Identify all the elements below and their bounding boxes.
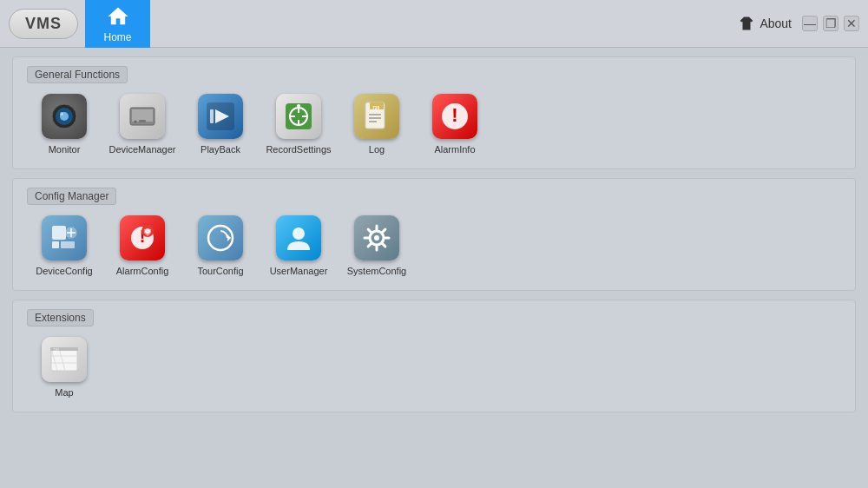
device-config-icon — [42, 215, 87, 260]
record-settings-label: RecordSettings — [266, 144, 331, 155]
svg-line-48 — [382, 229, 385, 233]
svg-line-42 — [382, 243, 385, 247]
vms-logo: VMS — [9, 9, 78, 39]
device-manager-icon — [120, 94, 165, 139]
svg-text:720: 720 — [372, 105, 380, 110]
record-settings-icon — [276, 94, 321, 139]
app-icon-record-settings[interactable]: RecordSettings — [268, 94, 329, 155]
app-icon-map[interactable]: 720 Map — [34, 337, 95, 398]
app-icon-alarm-config[interactable]: ! AlarmConfig — [112, 215, 173, 276]
svg-rect-26 — [52, 226, 66, 240]
log-label: Log — [369, 144, 385, 155]
section-general-functions: General Functions Monitor DeviceManager … — [12, 56, 856, 169]
monitor-label: Monitor — [49, 144, 81, 155]
svg-text:720: 720 — [53, 347, 59, 352]
section-extensions: Extensions 720 Map — [12, 300, 856, 412]
minimize-button[interactable]: — — [802, 16, 818, 31]
alarm-config-icon: ! — [120, 215, 165, 260]
tour-config-icon — [198, 215, 243, 260]
user-manager-label: UserManager — [270, 266, 328, 276]
alarm-config-label: AlarmConfig — [116, 266, 169, 276]
map-icon: 720 — [42, 337, 87, 382]
svg-point-40 — [374, 235, 379, 241]
about-label: About — [760, 16, 792, 30]
log-icon: 720 — [354, 94, 399, 139]
playback-icon — [198, 94, 243, 139]
home-icon — [106, 4, 130, 29]
header-right: About — ❐ ✕ — [739, 16, 859, 31]
section-title-extensions: Extensions — [27, 309, 94, 326]
system-config-label: SystemConfig — [347, 266, 406, 276]
home-tab-label: Home — [104, 31, 132, 43]
svg-point-38 — [293, 228, 305, 240]
app-icon-device-manager[interactable]: DeviceManager — [112, 94, 173, 155]
svg-line-46 — [368, 229, 372, 233]
section-config-manager: Config Manager DeviceConfig ! AlarmConfi… — [12, 178, 856, 291]
app-icon-system-config[interactable]: SystemConfig — [346, 215, 407, 276]
icons-row-extensions: 720 Map — [27, 337, 841, 398]
tour-config-label: TourConfig — [197, 266, 243, 276]
app-icon-tour-config[interactable]: TourConfig — [190, 215, 251, 276]
app-icon-playback[interactable]: PlayBack — [190, 94, 251, 155]
svg-point-13 — [297, 104, 300, 108]
svg-rect-28 — [61, 241, 75, 248]
system-config-icon — [354, 215, 399, 260]
icons-row-config-manager: DeviceConfig ! AlarmConfig TourConfig Us… — [27, 215, 841, 276]
svg-rect-10 — [210, 109, 214, 123]
main-content: General Functions Monitor DeviceManager … — [0, 48, 868, 421]
alarm-info-label: AlarmInfo — [434, 144, 475, 155]
icons-row-general-functions: Monitor DeviceManager PlayBack — [27, 94, 841, 155]
titlebar: VMS Home About — ❐ ✕ — [0, 0, 868, 48]
home-tab[interactable]: Home — [85, 0, 150, 48]
svg-rect-5 — [132, 109, 153, 122]
svg-rect-27 — [52, 241, 59, 248]
svg-point-6 — [135, 121, 137, 123]
shirt-icon — [739, 16, 754, 31]
device-manager-label: DeviceManager — [108, 144, 175, 155]
alarm-info-icon: ! — [432, 94, 477, 139]
section-title-general-functions: General Functions — [27, 66, 128, 83]
section-title-config-manager: Config Manager — [27, 188, 116, 205]
user-manager-icon — [276, 215, 321, 260]
svg-rect-7 — [139, 120, 146, 122]
monitor-icon — [42, 94, 87, 139]
about-button[interactable]: About — [739, 16, 792, 31]
app-icon-alarm-info[interactable]: ! AlarmInfo — [424, 94, 485, 155]
close-button[interactable]: ✕ — [844, 16, 859, 31]
svg-line-44 — [368, 243, 372, 247]
app-icon-user-manager[interactable]: UserManager — [268, 215, 329, 276]
app-icon-monitor[interactable]: Monitor — [34, 94, 95, 155]
svg-point-35 — [145, 228, 150, 234]
window-controls: — ❐ ✕ — [802, 16, 859, 31]
svg-text:!: ! — [451, 104, 457, 126]
app-icon-log[interactable]: 720 Log — [346, 94, 407, 155]
svg-marker-37 — [227, 234, 231, 241]
restore-button[interactable]: ❐ — [823, 16, 838, 31]
map-label: Map — [55, 387, 73, 398]
app-icon-device-config[interactable]: DeviceConfig — [34, 215, 95, 276]
playback-label: PlayBack — [201, 144, 240, 155]
svg-point-3 — [60, 112, 63, 115]
device-config-label: DeviceConfig — [36, 266, 92, 276]
